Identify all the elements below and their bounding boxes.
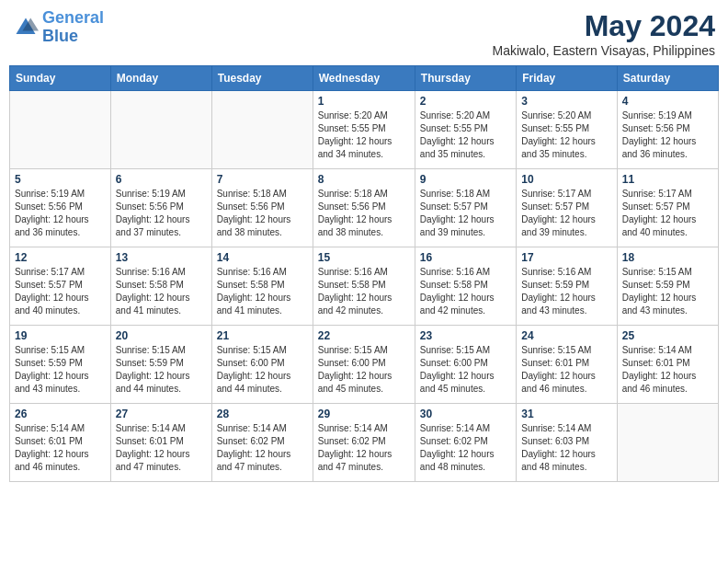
calendar-cell: 23Sunrise: 5:15 AMSunset: 6:00 PMDayligh… [415,326,516,404]
day-info: Sunrise: 5:20 AMSunset: 5:55 PMDaylight:… [521,109,611,161]
day-info: Sunrise: 5:14 AMSunset: 6:03 PMDaylight:… [521,422,611,474]
day-info: Sunrise: 5:16 AMSunset: 5:58 PMDaylight:… [217,266,308,317]
calendar-cell: 28Sunrise: 5:14 AMSunset: 6:02 PMDayligh… [211,404,313,482]
calendar-cell: 20Sunrise: 5:15 AMSunset: 5:59 PMDayligh… [110,326,211,404]
calendar-cell: 27Sunrise: 5:14 AMSunset: 6:01 PMDayligh… [110,404,211,482]
day-number: 23 [420,329,511,342]
day-info: Sunrise: 5:15 AMSunset: 5:59 PMDaylight:… [15,344,106,396]
calendar-cell: 10Sunrise: 5:17 AMSunset: 5:57 PMDayligh… [517,169,617,247]
title-section: May 2024 Makiwalo, Eastern Visayas, Phil… [492,9,715,58]
calendar-cell: 4Sunrise: 5:19 AMSunset: 5:56 PMDaylight… [617,91,718,169]
day-info: Sunrise: 5:16 AMSunset: 5:58 PMDaylight:… [318,266,410,317]
week-row-1: 1Sunrise: 5:20 AMSunset: 5:55 PMDaylight… [10,91,719,169]
day-number: 18 [622,251,713,264]
calendar-cell: 3Sunrise: 5:20 AMSunset: 5:55 PMDaylight… [517,91,617,169]
calendar-cell: 24Sunrise: 5:15 AMSunset: 6:01 PMDayligh… [517,326,617,404]
calendar-cell: 2Sunrise: 5:20 AMSunset: 5:55 PMDaylight… [415,91,516,169]
calendar-cell [110,91,211,169]
calendar-cell: 19Sunrise: 5:15 AMSunset: 5:59 PMDayligh… [10,326,111,404]
header-tuesday: Tuesday [211,66,313,91]
day-number: 12 [15,251,106,264]
day-number: 9 [420,173,511,186]
calendar-cell: 11Sunrise: 5:17 AMSunset: 5:57 PMDayligh… [617,169,718,247]
day-info: Sunrise: 5:15 AMSunset: 6:00 PMDaylight:… [318,344,410,396]
day-number: 19 [15,329,106,342]
logo: General Blue [13,9,104,46]
calendar-cell: 22Sunrise: 5:15 AMSunset: 6:00 PMDayligh… [313,326,415,404]
calendar-cell: 30Sunrise: 5:14 AMSunset: 6:02 PMDayligh… [415,404,516,482]
calendar-cell: 14Sunrise: 5:16 AMSunset: 5:58 PMDayligh… [211,247,313,326]
day-info: Sunrise: 5:19 AMSunset: 5:56 PMDaylight:… [116,188,207,239]
day-number: 21 [217,329,308,342]
day-number: 26 [15,408,106,420]
day-info: Sunrise: 5:20 AMSunset: 5:55 PMDaylight:… [420,109,511,161]
day-number: 7 [217,173,308,186]
day-info: Sunrise: 5:17 AMSunset: 5:57 PMDaylight:… [15,266,106,317]
day-number: 8 [318,173,410,186]
calendar-cell: 12Sunrise: 5:17 AMSunset: 5:57 PMDayligh… [10,247,111,326]
day-info: Sunrise: 5:16 AMSunset: 5:58 PMDaylight:… [420,266,511,317]
calendar-cell: 18Sunrise: 5:15 AMSunset: 5:59 PMDayligh… [617,247,718,326]
calendar-cell: 8Sunrise: 5:18 AMSunset: 5:56 PMDaylight… [313,169,415,247]
day-info: Sunrise: 5:18 AMSunset: 5:56 PMDaylight:… [318,188,410,239]
header-friday: Friday [517,66,617,91]
day-number: 31 [521,408,611,420]
day-info: Sunrise: 5:14 AMSunset: 6:02 PMDaylight:… [420,422,511,474]
day-info: Sunrise: 5:15 AMSunset: 5:59 PMDaylight:… [116,344,207,396]
day-number: 24 [521,329,611,342]
calendar-cell: 16Sunrise: 5:16 AMSunset: 5:58 PMDayligh… [415,247,516,326]
calendar-cell [10,91,111,169]
day-info: Sunrise: 5:15 AMSunset: 6:00 PMDaylight:… [217,344,308,396]
page-header: General Blue May 2024 Makiwalo, Eastern … [9,9,719,58]
day-info: Sunrise: 5:14 AMSunset: 6:01 PMDaylight:… [116,422,207,474]
calendar-cell: 25Sunrise: 5:14 AMSunset: 6:01 PMDayligh… [617,326,718,404]
header-thursday: Thursday [415,66,516,91]
day-number: 5 [15,173,106,186]
day-info: Sunrise: 5:17 AMSunset: 5:57 PMDaylight:… [622,188,713,239]
calendar-table: SundayMondayTuesdayWednesdayThursdayFrid… [9,65,719,482]
day-number: 3 [521,95,611,108]
day-number: 15 [318,251,410,264]
day-info: Sunrise: 5:16 AMSunset: 5:59 PMDaylight:… [521,266,611,317]
day-number: 27 [116,408,207,420]
header-wednesday: Wednesday [313,66,415,91]
day-number: 2 [420,95,511,108]
calendar-cell: 9Sunrise: 5:18 AMSunset: 5:57 PMDaylight… [415,169,516,247]
day-info: Sunrise: 5:15 AMSunset: 6:00 PMDaylight:… [420,344,511,396]
calendar-cell: 6Sunrise: 5:19 AMSunset: 5:56 PMDaylight… [110,169,211,247]
day-info: Sunrise: 5:14 AMSunset: 6:02 PMDaylight:… [217,422,308,474]
header-saturday: Saturday [617,66,718,91]
calendar-cell: 5Sunrise: 5:19 AMSunset: 5:56 PMDaylight… [10,169,111,247]
day-info: Sunrise: 5:16 AMSunset: 5:58 PMDaylight:… [116,266,207,317]
day-number: 6 [116,173,207,186]
day-info: Sunrise: 5:18 AMSunset: 5:57 PMDaylight:… [420,188,511,239]
day-number: 20 [116,329,207,342]
calendar-cell: 15Sunrise: 5:16 AMSunset: 5:58 PMDayligh… [313,247,415,326]
calendar-cell: 31Sunrise: 5:14 AMSunset: 6:03 PMDayligh… [517,404,617,482]
calendar-header-row: SundayMondayTuesdayWednesdayThursdayFrid… [10,66,719,91]
calendar-cell [617,404,718,482]
week-row-4: 19Sunrise: 5:15 AMSunset: 5:59 PMDayligh… [10,326,719,404]
day-number: 14 [217,251,308,264]
calendar-cell: 29Sunrise: 5:14 AMSunset: 6:02 PMDayligh… [313,404,415,482]
day-info: Sunrise: 5:19 AMSunset: 5:56 PMDaylight:… [15,188,106,239]
calendar-cell: 21Sunrise: 5:15 AMSunset: 6:00 PMDayligh… [211,326,313,404]
day-number: 10 [521,173,611,186]
logo-text: General Blue [42,9,104,46]
day-number: 1 [318,95,410,108]
header-sunday: Sunday [10,66,111,91]
day-info: Sunrise: 5:20 AMSunset: 5:55 PMDaylight:… [318,109,410,161]
calendar-cell: 1Sunrise: 5:20 AMSunset: 5:55 PMDaylight… [313,91,415,169]
week-row-2: 5Sunrise: 5:19 AMSunset: 5:56 PMDaylight… [10,169,719,247]
day-number: 30 [420,408,511,420]
subtitle: Makiwalo, Eastern Visayas, Philippines [492,43,715,58]
week-row-3: 12Sunrise: 5:17 AMSunset: 5:57 PMDayligh… [10,247,719,326]
day-number: 11 [622,173,713,186]
day-info: Sunrise: 5:14 AMSunset: 6:01 PMDaylight:… [15,422,106,474]
day-info: Sunrise: 5:14 AMSunset: 6:01 PMDaylight:… [622,344,713,396]
logo-icon [13,15,39,40]
day-number: 25 [622,329,713,342]
calendar-cell: 17Sunrise: 5:16 AMSunset: 5:59 PMDayligh… [517,247,617,326]
day-info: Sunrise: 5:18 AMSunset: 5:56 PMDaylight:… [217,188,308,239]
header-monday: Monday [110,66,211,91]
